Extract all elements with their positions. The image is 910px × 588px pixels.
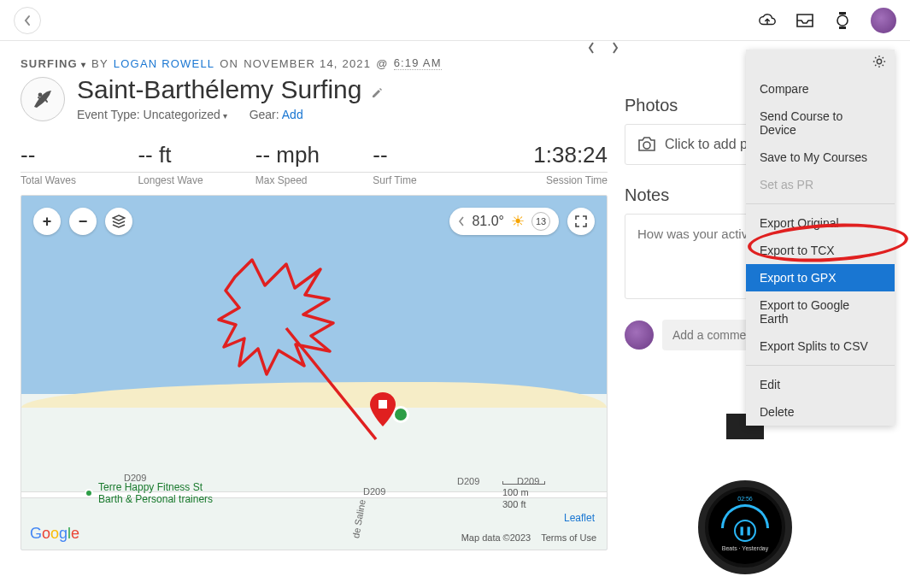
stats-row: --Total Waves -- ftLongest Wave -- mphMa… xyxy=(21,142,608,186)
scale-imperial: 300 ft xyxy=(502,498,545,510)
activity-date: NOVEMBER 14, 2021 xyxy=(244,57,371,70)
activity-map[interactable]: D209 D209 D209 D209 de Saline + − xyxy=(21,195,608,550)
gear-label: Gear: xyxy=(250,108,279,121)
map-scale: 100 m 300 ft xyxy=(502,481,545,510)
event-type-label: Event Type: xyxy=(77,108,140,121)
total-waves-label: Total Waves xyxy=(21,174,138,186)
menu-set-pr: Set as PR xyxy=(746,171,895,198)
menu-export-gpx[interactable]: Export to GPX xyxy=(746,264,895,291)
svg-point-6 xyxy=(643,142,650,149)
svg-rect-4 xyxy=(379,400,387,409)
chevron-right-icon xyxy=(611,41,619,55)
session-time-value: 1:38:24 xyxy=(490,142,608,168)
back-button[interactable] xyxy=(14,7,41,34)
terms-link[interactable]: Terms of Use xyxy=(541,532,596,543)
comment-avatar xyxy=(625,320,654,350)
poi-label: Terre Happy Fitness St Barth & Personal … xyxy=(98,481,213,505)
svg-rect-1 xyxy=(839,26,846,29)
poi-pin-icon xyxy=(85,489,93,497)
settings-menu: Compare Send Course to Device Save to My… xyxy=(746,50,895,426)
by-text: BY xyxy=(91,57,109,70)
leaflet-attribution[interactable]: Leaflet xyxy=(564,512,595,524)
add-gear-link[interactable]: Add xyxy=(282,108,303,121)
on-text: ON xyxy=(220,57,238,70)
at-text: @ xyxy=(376,57,388,70)
scale-metric: 100 m xyxy=(502,486,545,498)
longest-wave-value: -- ft xyxy=(138,142,255,168)
menu-save-courses[interactable]: Save to My Courses xyxy=(746,144,895,171)
pause-icon: ❚❚ xyxy=(734,520,756,542)
menu-compare[interactable]: Compare xyxy=(746,75,895,103)
menu-delete[interactable]: Delete xyxy=(746,398,895,426)
layers-button[interactable] xyxy=(105,208,132,235)
layers-icon xyxy=(112,215,126,228)
sport-dropdown[interactable]: SURFING xyxy=(21,57,86,70)
gear-icon xyxy=(872,55,886,68)
breadcrumb: SURFING BY LOGAN ROWELL ON NOVEMBER 14, … xyxy=(21,56,608,70)
weather-badge: 13 xyxy=(531,212,550,231)
gps-track xyxy=(184,243,423,465)
inbox-icon[interactable] xyxy=(796,11,814,30)
edit-title-button[interactable] xyxy=(371,86,383,101)
session-time-label: Session Time xyxy=(490,174,608,186)
google-logo: Google xyxy=(30,525,79,543)
camera-icon xyxy=(637,137,656,152)
svg-point-2 xyxy=(837,15,848,26)
total-waves-value: -- xyxy=(21,142,138,168)
longest-wave-label: Longest Wave xyxy=(138,174,255,186)
menu-export-original[interactable]: Export Original xyxy=(746,209,895,237)
chevron-left-icon xyxy=(587,41,596,55)
map-poi[interactable]: Terre Happy Fitness St Barth & Personal … xyxy=(85,481,213,505)
end-marker xyxy=(370,392,396,430)
weather-pill[interactable]: 81.0° ☀ 13 xyxy=(449,208,559,235)
expand-icon xyxy=(575,215,587,227)
watch-track: Beats · Yesterday xyxy=(722,545,768,551)
activity-type-icon xyxy=(21,77,65,121)
chevron-left-icon xyxy=(458,216,465,226)
activity-title: Saint-Barthélemy Surfing xyxy=(77,75,362,104)
surf-time-label: Surf Time xyxy=(373,174,490,186)
zoom-out-button[interactable]: − xyxy=(69,208,97,235)
surfing-icon xyxy=(30,86,56,112)
svg-point-7 xyxy=(877,59,881,63)
gear-field: Gear: Add xyxy=(250,108,303,121)
event-type-value: Uncategorized xyxy=(144,108,227,121)
top-bar xyxy=(0,0,910,41)
chevron-left-icon xyxy=(23,15,32,26)
max-speed-value: -- mph xyxy=(255,142,373,168)
watch-icon[interactable] xyxy=(833,11,852,30)
activity-time[interactable]: 6:19 AM xyxy=(394,56,442,70)
menu-export-csv[interactable]: Export Splits to CSV xyxy=(746,332,895,360)
main-column: SURFING BY LOGAN ROWELL ON NOVEMBER 14, … xyxy=(21,56,608,550)
road-label-3: D209 xyxy=(457,476,479,486)
map-data-attribution: Map data ©2023 xyxy=(461,532,531,543)
fullscreen-button[interactable] xyxy=(567,208,595,235)
cloud-upload-icon[interactable] xyxy=(758,11,777,30)
menu-export-earth[interactable]: Export to Google Earth xyxy=(746,291,895,332)
temperature-value: 81.0° xyxy=(472,214,504,229)
sun-icon: ☀ xyxy=(511,212,525,231)
menu-edit[interactable]: Edit xyxy=(746,371,895,398)
author-link[interactable]: LOGAN ROWELL xyxy=(114,57,214,70)
pencil-icon xyxy=(371,86,383,98)
next-activity-button[interactable] xyxy=(611,41,619,59)
zoom-in-button[interactable]: + xyxy=(33,208,61,235)
watch-promo[interactable]: 02:56 ❚❚ Beats · Yesterday xyxy=(683,438,807,574)
user-avatar[interactable] xyxy=(871,8,896,33)
road-label-2: D209 xyxy=(363,486,385,497)
prev-activity-button[interactable] xyxy=(587,41,596,59)
menu-export-tcx[interactable]: Export to TCX xyxy=(746,237,895,264)
side-column: ♡ 0 likes Photos Click to add photos Not… xyxy=(625,56,889,550)
event-type-selector[interactable]: Event Type: Uncategorized xyxy=(77,108,227,121)
menu-send-device[interactable]: Send Course to Device xyxy=(746,103,895,144)
watch-time: 02:56 xyxy=(737,496,753,502)
menu-gear-icon[interactable] xyxy=(872,55,886,72)
svg-point-3 xyxy=(38,93,43,97)
max-speed-label: Max Speed xyxy=(255,174,373,186)
svg-rect-0 xyxy=(839,12,846,15)
surf-time-value: -- xyxy=(373,142,490,168)
